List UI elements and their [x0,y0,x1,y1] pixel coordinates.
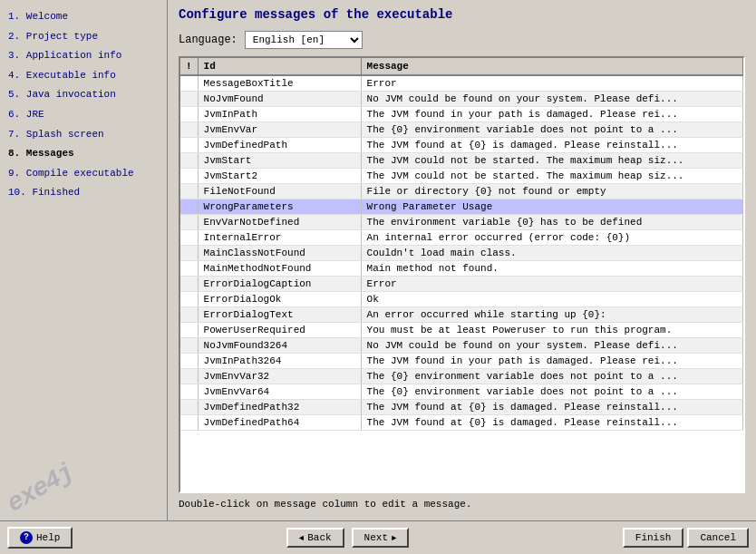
row-message[interactable]: Couldn't load main class. [361,246,742,261]
back-arrow-icon [299,532,304,543]
row-id: JvmStart [198,153,361,169]
messages-table-container: ! Id Message MessageBoxTitleErrorNoJvmFo… [179,56,745,493]
help-label: Help [36,532,60,543]
table-row[interactable]: JvmStartThe JVM could not be started. Th… [180,153,743,169]
col-header-excl: ! [180,58,198,75]
row-message[interactable]: The JVM found at {0} is damaged. Please … [361,415,742,431]
row-id: NoJvmFound3264 [198,338,361,354]
sidebar-item-3[interactable]: 3. Application info [5,46,162,66]
row-id: FileNotFound [198,184,361,199]
table-row[interactable]: MessageBoxTitleError [180,75,743,92]
table-row[interactable]: ErrorDialogTextAn error occurred while s… [180,307,743,323]
table-row[interactable]: JvmDefinedPathThe JVM found at {0} is da… [180,138,743,153]
row-id: EnvVarNotDefined [198,215,361,230]
sidebar-item-10[interactable]: 10. Finished [5,183,162,203]
table-scroll-area[interactable]: ! Id Message MessageBoxTitleErrorNoJvmFo… [180,58,743,491]
table-row[interactable]: JvmInPathThe JVM found in your path is d… [180,107,743,122]
finish-cancel-buttons: Finish Cancel [623,528,749,548]
table-row[interactable]: JvmEnvVar32The {0} environment variable … [180,369,743,384]
cancel-button[interactable]: Cancel [687,528,749,548]
row-excl [180,415,198,431]
sidebar-item-2[interactable]: 2. Project type [5,27,162,47]
row-excl [180,338,198,354]
row-excl [180,261,198,277]
help-button[interactable]: ? Help [7,527,73,549]
sidebar-item-7[interactable]: 7. Splash screen [5,125,162,145]
finish-button[interactable]: Finish [623,528,684,548]
row-message[interactable]: The {0} environment variable does not po… [361,369,742,384]
table-row[interactable]: InternalErrorAn internal error occurred … [180,230,743,246]
row-message[interactable]: An error occurred while starting up {0}: [361,307,742,323]
row-message[interactable]: An internal error occurred (error code: … [361,230,742,246]
row-excl [180,184,198,199]
finish-label: Finish [635,532,672,543]
row-message[interactable]: No JVM could be found on your system. Pl… [361,338,742,354]
row-message[interactable]: The {0} environment variable does not po… [361,122,742,138]
row-message[interactable]: Error [361,277,742,292]
row-id: WrongParameters [198,199,361,215]
row-excl [180,169,198,184]
sidebar-item-9[interactable]: 9. Compile executable [5,164,162,184]
main-content: Configure messages of the executable Lan… [168,0,756,520]
table-row[interactable]: JvmEnvVarThe {0} environment variable do… [180,122,743,138]
sidebar-item-8[interactable]: 8. Messages [5,144,162,164]
table-row[interactable]: EnvVarNotDefinedThe environment variable… [180,215,743,230]
language-row: Language: English [en] [179,31,745,49]
row-message[interactable]: File or directory {0} not found or empty [361,184,742,199]
help-icon: ? [20,531,33,544]
table-row[interactable]: ErrorDialogOkOk [180,292,743,307]
sidebar-item-5[interactable]: 5. Java invocation [5,85,162,105]
sidebar: 1. Welcome2. Project type3. Application … [0,0,168,520]
table-row[interactable]: MainMethodNotFoundMain method not found. [180,261,743,277]
table-row[interactable]: JvmDefinedPath64The JVM found at {0} is … [180,415,743,431]
next-button[interactable]: Next [352,528,410,548]
row-excl [180,369,198,384]
language-label: Language: [179,34,237,46]
table-row[interactable]: WrongParametersWrong Parameter Usage [180,199,743,215]
row-message[interactable]: The JVM found at {0} is damaged. Please … [361,400,742,415]
row-message[interactable]: Wrong Parameter Usage [361,199,742,215]
col-header-id: Id [198,58,361,75]
row-excl [180,75,198,92]
table-row[interactable]: NoJvmFoundNo JVM could be found on your … [180,92,743,107]
row-excl [180,323,198,338]
watermark: exe4j [3,458,79,518]
sidebar-item-1[interactable]: 1. Welcome [5,7,162,27]
row-id: JvmEnvVar32 [198,369,361,384]
table-row[interactable]: NoJvmFound3264No JVM could be found on y… [180,338,743,354]
table-row[interactable]: PowerUserRequiredYou must be at least Po… [180,323,743,338]
row-message[interactable]: The JVM found at {0} is damaged. Please … [361,138,742,153]
row-id: JvmDefinedPath32 [198,400,361,415]
table-row[interactable]: JvmEnvVar64The {0} environment variable … [180,384,743,400]
cancel-label: Cancel [700,532,736,543]
table-row[interactable]: MainClassNotFoundCouldn't load main clas… [180,246,743,261]
table-row[interactable]: ErrorDialogCaptionError [180,277,743,292]
row-id: JvmEnvVar64 [198,384,361,400]
row-message[interactable]: No JVM could be found on your system. Pl… [361,92,742,107]
table-row[interactable]: JvmDefinedPath32The JVM found at {0} is … [180,400,743,415]
row-message[interactable]: Main method not found. [361,261,742,277]
row-message[interactable]: The JVM found in your path is damaged. P… [361,107,742,122]
table-row[interactable]: JvmInPath3264The JVM found in your path … [180,354,743,369]
row-message[interactable]: The JVM found in your path is damaged. P… [361,354,742,369]
table-row[interactable]: JvmStart2The JVM could not be started. T… [180,169,743,184]
sidebar-item-6[interactable]: 6. JRE [5,105,162,125]
row-message[interactable]: You must be at least Poweruser to run th… [361,323,742,338]
next-label: Next [364,532,388,543]
row-message[interactable]: The JVM could not be started. The maximu… [361,153,742,169]
row-message[interactable]: Error [361,75,742,92]
back-button[interactable]: Back [286,528,344,548]
row-id: JvmInPath3264 [198,354,361,369]
sidebar-item-4[interactable]: 4. Executable info [5,66,162,86]
back-label: Back [307,532,331,543]
next-arrow-icon [392,532,396,543]
row-message[interactable]: Ok [361,292,742,307]
row-message[interactable]: The JVM could not be started. The maximu… [361,169,742,184]
nav-buttons: Back Next [286,528,410,548]
row-id: MainMethodNotFound [198,261,361,277]
row-message[interactable]: The environment variable {0} has to be d… [361,215,742,230]
table-row[interactable]: FileNotFoundFile or directory {0} not fo… [180,184,743,199]
language-select[interactable]: English [en] [245,31,363,49]
row-excl [180,230,198,246]
row-message[interactable]: The {0} environment variable does not po… [361,384,742,400]
